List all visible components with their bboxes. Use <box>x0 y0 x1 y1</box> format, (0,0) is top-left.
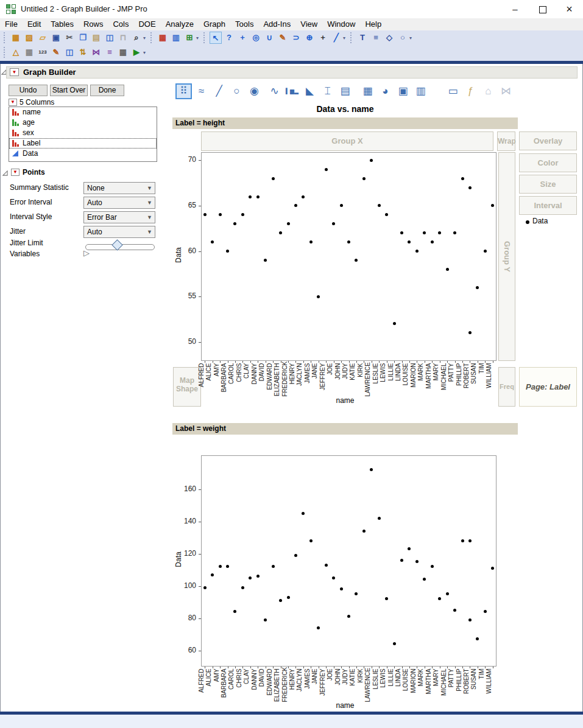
column-item-sex[interactable]: sex <box>9 128 157 138</box>
data-point-louise[interactable] <box>408 240 411 243</box>
data-point-robert[interactable] <box>468 331 472 334</box>
tabulate-icon[interactable]: ▦ <box>117 46 129 58</box>
grid-view-icon[interactable]: ▦ <box>23 46 35 58</box>
data-point-phillip[interactable] <box>461 177 464 180</box>
element-smoother-icon[interactable]: ≈ <box>193 83 210 99</box>
brush-tool-icon[interactable]: ✎ <box>277 32 289 44</box>
data-point-alfred[interactable] <box>203 586 207 589</box>
lasso-tool-icon[interactable]: ⊃ <box>290 32 302 44</box>
data-point-william[interactable] <box>491 204 494 207</box>
arrow-tool-icon[interactable]: ↖ <box>210 32 222 44</box>
error-interval-select[interactable]: Auto▼ <box>83 197 155 209</box>
data-point-barbara[interactable] <box>226 250 229 253</box>
data-point-jane[interactable] <box>317 626 320 629</box>
data-point-lillie[interactable] <box>393 322 396 325</box>
data-point-mark[interactable] <box>423 578 426 581</box>
data-point-alice[interactable] <box>211 240 214 243</box>
data-point-frederick[interactable] <box>287 222 290 225</box>
clear-row-states-icon[interactable]: △ <box>10 46 22 58</box>
data-point-barbara[interactable] <box>226 565 229 568</box>
size-zone[interactable]: Size <box>519 175 577 194</box>
data-point-henry[interactable] <box>294 554 297 557</box>
data-point-susan[interactable] <box>476 286 479 289</box>
element-contour-icon[interactable]: ◉ <box>246 83 263 99</box>
text-annotation-icon[interactable]: T <box>356 32 369 44</box>
data-point-kirk[interactable] <box>362 530 366 533</box>
toolbar-overflow-icon[interactable]: ▾ <box>143 32 148 44</box>
data-point-tim[interactable] <box>484 250 487 253</box>
data-point-marion[interactable] <box>415 250 419 253</box>
columns-red-triangle-icon[interactable]: ▼ <box>9 99 17 106</box>
menu-window[interactable]: Window <box>322 18 360 30</box>
menu-view[interactable]: View <box>295 18 322 30</box>
maximize-button[interactable] <box>529 0 556 18</box>
column-item-label[interactable]: Label <box>9 138 157 149</box>
menu-file[interactable]: File <box>0 18 23 30</box>
data-point-leslie[interactable] <box>378 517 381 520</box>
menu-doe[interactable]: DOE <box>133 18 160 30</box>
menu-help[interactable]: Help <box>360 18 386 30</box>
data-point-mary[interactable] <box>438 597 441 600</box>
data-point-amy[interactable] <box>219 565 222 568</box>
element-mosaic-icon[interactable]: ▥ <box>412 83 429 99</box>
element-caption-box-icon[interactable]: ▭ <box>445 83 461 99</box>
data-point-carol[interactable] <box>233 222 236 225</box>
copy-icon[interactable]: ❐ <box>77 32 89 44</box>
line-annotation-icon[interactable]: ≡ <box>370 32 382 44</box>
data-point-clay[interactable] <box>249 195 252 198</box>
lock-icon[interactable]: ⊓ <box>117 32 129 44</box>
group-y-zone[interactable]: Group Y <box>498 152 515 361</box>
menu-graph[interactable]: Graph <box>199 18 230 30</box>
data-point-robert[interactable] <box>468 539 472 542</box>
data-point-alice[interactable] <box>211 573 214 576</box>
data-point-robert[interactable] <box>468 186 472 189</box>
data-point-katie[interactable] <box>355 592 358 595</box>
hand-tool-icon[interactable]: ∪ <box>263 32 275 44</box>
data-point-leslie[interactable] <box>378 204 381 207</box>
points-disclosure-icon[interactable] <box>2 170 8 176</box>
data-point-jaclyn[interactable] <box>302 195 305 198</box>
toolbar-overflow-icon[interactable]: ▾ <box>143 47 148 59</box>
magnifier-tool-icon[interactable]: ⊕ <box>303 32 316 44</box>
data-point-amy[interactable] <box>219 213 222 216</box>
menu-tools[interactable]: Tools <box>230 18 258 30</box>
red-triangle-menu-icon[interactable]: ▼ <box>10 68 19 76</box>
data-point-james[interactable] <box>309 539 313 542</box>
element-line-of-fit-icon[interactable]: ╱ <box>211 83 227 99</box>
data-point-henry[interactable] <box>294 204 297 207</box>
element-line-icon[interactable]: ∿ <box>266 83 283 99</box>
column-item-data[interactable]: Data <box>9 149 157 159</box>
scatter-plot-height[interactable] <box>201 152 496 361</box>
data-point-david[interactable] <box>264 618 267 621</box>
scatter-plot-weight[interactable] <box>201 455 496 667</box>
data-point-joe[interactable] <box>332 576 335 579</box>
data-point-louise[interactable] <box>408 547 411 550</box>
element-area-icon[interactable]: ◣ <box>302 83 318 99</box>
data-point-alfred[interactable] <box>203 213 207 216</box>
data-point-john[interactable] <box>340 204 343 207</box>
open-icon[interactable]: ▱ <box>37 32 49 44</box>
element-heatmap-icon[interactable]: ▦ <box>359 83 376 99</box>
data-point-lewis[interactable] <box>385 213 388 216</box>
data-point-martha[interactable] <box>431 565 434 568</box>
toolbar-overflow-icon[interactable]: ▾ <box>343 32 348 44</box>
data-point-edward[interactable] <box>272 565 275 568</box>
data-point-marion[interactable] <box>415 560 419 563</box>
data-point-frederick[interactable] <box>287 596 290 599</box>
wrap-zone[interactable]: Wrap <box>497 131 515 151</box>
data-point-lawrence[interactable] <box>370 159 373 162</box>
element-ellipse-icon[interactable]: ○ <box>228 83 245 99</box>
data-point-elizabeth[interactable] <box>279 231 282 234</box>
value-list-icon[interactable]: 123 <box>37 46 49 58</box>
group-x-zone[interactable]: Group X <box>201 131 493 151</box>
data-point-judy[interactable] <box>347 615 350 618</box>
element-treemap-icon[interactable]: ▣ <box>395 83 411 99</box>
data-point-kirk[interactable] <box>362 177 366 180</box>
data-point-danny[interactable] <box>256 575 260 578</box>
join-tables-icon[interactable]: ⋈ <box>90 46 102 58</box>
points-red-triangle-icon[interactable]: ▼ <box>11 169 19 176</box>
element-points-icon[interactable]: ⠿ <box>175 83 192 99</box>
help-tool-icon[interactable]: ? <box>223 32 235 44</box>
menu-tables[interactable]: Tables <box>46 18 79 30</box>
data-point-david[interactable] <box>264 259 267 262</box>
